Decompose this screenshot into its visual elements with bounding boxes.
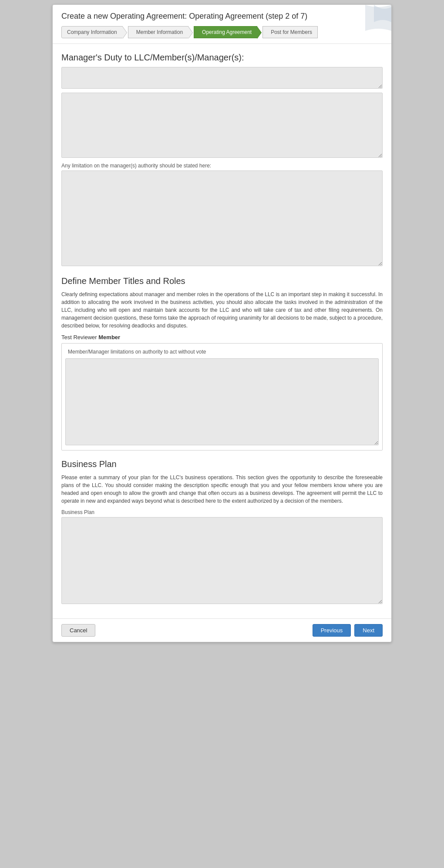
step-member-info-label: Member Information [136,29,183,35]
page-header: Create a new Operating Agreement: Operat… [53,5,391,44]
step-member-info[interactable]: Member Information [128,26,188,38]
reviewer-prefix: Test Reviewer [61,334,97,341]
main-container: Create a new Operating Agreement: Operat… [52,4,392,642]
previous-button[interactable]: Previous [313,624,351,637]
member-titles-heading: Define Member Titles and Roles [61,276,383,286]
managers-duty-textarea-2[interactable] [61,93,383,158]
step-company-info-label: Company Information [67,29,117,35]
next-button[interactable]: Next [354,624,383,637]
business-plan-field-label: Business Plan [61,509,383,515]
reviewer-role: Member [98,334,120,341]
cancel-button[interactable]: Cancel [61,624,95,637]
limitation-box: Member/Manager limitations on authority … [61,343,383,451]
footer: Cancel Previous Next [53,618,391,642]
content-area: Manager's Duty to LLC/Member(s)/Manager(… [53,44,391,614]
business-plan-textarea[interactable] [61,517,383,604]
member-titles-description: Clearly defining expectations about mana… [61,290,383,330]
step-operating-agreement[interactable]: Operating Agreement [194,26,257,38]
limitation-textarea[interactable] [65,358,379,445]
step-post-for-members-label: Post for Members [271,29,312,35]
step-post-for-members[interactable]: Post for Members [262,26,318,38]
limitation-label: Member/Manager limitations on authority … [65,347,379,357]
business-plan-heading: Business Plan [61,459,383,469]
step-company-info[interactable]: Company Information [61,26,123,38]
managers-duty-authority-textarea[interactable] [61,170,383,266]
reviewer-label: Test Reviewer Member [61,334,383,341]
step-operating-agreement-label: Operating Agreement [202,29,252,35]
managers-duty-textarea-1[interactable] [61,67,383,89]
managers-duty-heading: Manager's Duty to LLC/Member(s)/Manager(… [61,53,383,63]
business-plan-description: Please enter a summary of your plan for … [61,474,383,505]
authority-label: Any limitation on the manager(s) authori… [61,163,383,169]
footer-right: Previous Next [313,624,383,637]
page-title: Create a new Operating Agreement: Operat… [61,12,383,21]
step-nav: Company Information Member Information O… [61,26,383,38]
